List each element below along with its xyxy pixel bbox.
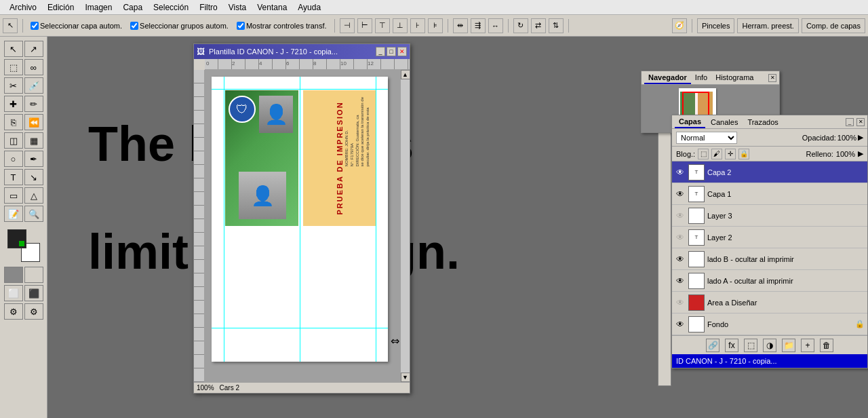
dist-h-btn[interactable]: ⇹ (453, 18, 468, 33)
layer-visibility-capa1[interactable]: 👁 (675, 189, 686, 200)
path-select-tool[interactable]: ↗ (24, 41, 43, 57)
history-tool[interactable]: ⏪ (24, 114, 43, 130)
marquee-tool[interactable]: ⬚ (4, 59, 23, 75)
document-canvas[interactable]: 🛡 👤 👤 NOMBRE: JOHN D. N°: F17979A (205, 70, 400, 382)
flip-h-btn[interactable]: ⇄ (531, 18, 546, 33)
clone-tool[interactable]: ⎘ (4, 114, 23, 130)
screen-mode-btn[interactable]: ⬜ (4, 285, 23, 301)
pen-tool[interactable]: ✒ (24, 151, 43, 167)
menu-imagen[interactable]: Imagen (79, 1, 117, 14)
layer-visibility-ladob[interactable]: 👁 (675, 254, 686, 265)
layer-link-btn[interactable]: 🔗 (706, 339, 719, 352)
move-tool[interactable]: ↖ (4, 41, 23, 57)
tab-histograma[interactable]: Histograma (711, 72, 757, 84)
rotate-btn[interactable]: ↻ (513, 18, 528, 33)
layer-visibility-capa2[interactable]: 👁 (675, 167, 686, 178)
auto-select-groups-checkbox[interactable] (130, 22, 138, 30)
layer-adj-btn[interactable]: ◑ (763, 339, 776, 352)
dodge-tool[interactable]: ○ (4, 151, 23, 167)
layer-lock-all-btn[interactable]: 🔒 (738, 149, 749, 159)
layer-row-area[interactable]: 👁 Area a Diseñar (672, 292, 867, 314)
auto-select-checkbox[interactable] (31, 22, 39, 30)
show-controls-checkbox[interactable] (237, 22, 245, 30)
tab-info[interactable]: Info (691, 72, 711, 84)
layer-row-capa2[interactable]: 👁 T Capa 2 (672, 162, 867, 183)
extra-btn-2[interactable]: ⚙ (24, 303, 43, 320)
tab-trazados[interactable]: Trazados (743, 117, 782, 128)
opacity-arrow[interactable]: ▶ (858, 133, 863, 142)
layer-delete-btn[interactable]: 🗑 (820, 339, 833, 352)
doc-close-btn[interactable]: ✕ (397, 47, 407, 56)
tab-capas[interactable]: Capas (675, 116, 705, 128)
type-tool[interactable]: T (4, 169, 23, 185)
layer-lock-paint-btn[interactable]: 🖌 (711, 149, 722, 159)
shape3d-tool[interactable]: △ (24, 187, 43, 204)
nav-close-btn[interactable]: ✕ (768, 74, 776, 82)
quick-mask-btn[interactable] (4, 267, 23, 283)
tab-navegador[interactable]: Navegador (644, 72, 691, 84)
layers-minimize-btn[interactable]: _ (846, 118, 854, 126)
layer-visibility-area[interactable]: 👁 (675, 297, 686, 308)
gradient-tool[interactable]: ▦ (24, 132, 43, 149)
eyedropper-tool[interactable]: 💉 (24, 77, 43, 94)
align-left-btn[interactable]: ⊣ (340, 18, 355, 33)
dist-w-btn[interactable]: ↔ (488, 18, 503, 33)
layer-visibility-layer2[interactable]: 👁 (675, 232, 686, 243)
menu-archivo[interactable]: Archivo (4, 1, 42, 14)
notes-tool[interactable]: 📝 (4, 206, 23, 222)
layer-row-fondo[interactable]: 👁 Fondo 🔒 (672, 314, 867, 335)
align-middle-btn[interactable]: ⊦ (410, 18, 425, 33)
scroll-up-btn[interactable]: ▲ (401, 70, 410, 79)
eraser-tool[interactable]: ◫ (4, 132, 23, 149)
scroll-down-btn[interactable]: ▼ (401, 373, 410, 382)
menu-filtro[interactable]: Filtro (194, 1, 223, 14)
menu-edicion[interactable]: Edición (42, 1, 79, 14)
lasso-tool[interactable]: ∞ (24, 59, 43, 75)
layer-row-layer3[interactable]: 👁 Layer 3 (672, 205, 867, 227)
layers-close-btn[interactable]: ✕ (856, 118, 865, 126)
align-bottom-btn[interactable]: ⊧ (428, 18, 443, 33)
menu-ayuda[interactable]: Ayuda (292, 1, 326, 14)
doc-maximize-btn[interactable]: □ (387, 47, 396, 56)
dist-v-btn[interactable]: ⇶ (471, 18, 486, 33)
tab-herram[interactable]: Herram. preest. (737, 18, 798, 33)
doc-minimize-btn[interactable]: _ (376, 47, 385, 56)
layer-row-ladoa[interactable]: 👁 lado A - ocultar al imprimir (672, 270, 867, 292)
menu-vista[interactable]: Vista (223, 1, 252, 14)
standard-mode-btn[interactable] (24, 267, 43, 283)
resize-handle[interactable]: ⇔ (391, 335, 397, 348)
layer-new-btn[interactable]: + (801, 339, 814, 352)
compass-btn[interactable]: 🧭 (672, 18, 687, 33)
crop-tool[interactable]: ✂ (4, 77, 23, 94)
align-right-btn[interactable]: ⊤ (375, 18, 390, 33)
align-center-btn[interactable]: ⊢ (357, 18, 372, 33)
scrollbar-vertical[interactable]: ▲ ▼ (400, 70, 410, 382)
shape-tool[interactable]: ▭ (4, 187, 23, 204)
brush-tool[interactable]: ✏ (24, 96, 43, 112)
zoom-tool[interactable]: 🔍 (24, 206, 43, 222)
layer-group-btn[interactable]: 📁 (782, 339, 795, 352)
blend-mode-select[interactable]: Normal (676, 132, 737, 144)
menu-capa[interactable]: Capa (117, 1, 148, 14)
layer-row-ladob[interactable]: 👁 lado B - ocultar al imprimir (672, 248, 867, 270)
layer-visibility-layer3[interactable]: 👁 (675, 210, 686, 221)
tab-canales[interactable]: Canales (707, 117, 742, 128)
menu-ventana[interactable]: Ventana (252, 1, 292, 14)
move-tool-btn[interactable]: ↖ (3, 18, 18, 33)
tab-pinceles[interactable]: Pinceles (697, 18, 735, 33)
heal-tool[interactable]: ✚ (4, 96, 23, 112)
layer-lock-move-btn[interactable]: ✛ (725, 149, 736, 159)
relleno-arrow[interactable]: ▶ (858, 149, 863, 158)
menu-seleccion[interactable]: Selección (148, 1, 194, 14)
fullscreen-btn[interactable]: ⬛ (24, 285, 43, 301)
extra-btn-1[interactable]: ⚙ (4, 303, 23, 320)
layer-row-layer2[interactable]: 👁 T Layer 2 (672, 227, 867, 248)
layer-visibility-fondo[interactable]: 👁 (675, 319, 686, 330)
layer-mask-btn[interactable]: ⬚ (744, 339, 757, 352)
tab-comp-capas[interactable]: Comp. de capas (802, 18, 865, 33)
layer-lock-transparent-btn[interactable]: ⬚ (698, 149, 709, 159)
align-top-btn[interactable]: ⊥ (393, 18, 408, 33)
select-direct-tool[interactable]: ↘ (24, 169, 43, 185)
layer-fx-btn[interactable]: fx (725, 339, 738, 352)
layer-visibility-ladoa[interactable]: 👁 (675, 276, 686, 286)
